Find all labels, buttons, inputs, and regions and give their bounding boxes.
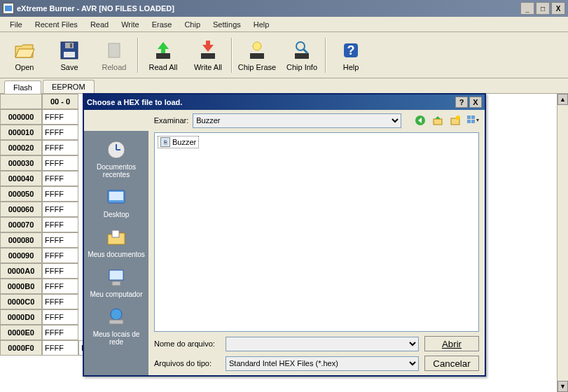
svg-rect-37: [112, 230, 119, 237]
row-header: 0000C0: [0, 294, 42, 309]
menu-read[interactable]: Read: [85, 19, 114, 30]
svg-rect-39: [112, 281, 120, 286]
maximize-button[interactable]: □: [536, 2, 550, 15]
desktop-icon: [104, 186, 128, 209]
svg-rect-6: [109, 43, 120, 57]
vertical-scrollbar[interactable]: ▲ ▼: [557, 94, 568, 392]
scroll-down-icon[interactable]: ▼: [557, 381, 568, 392]
menu-settings[interactable]: Settings: [207, 19, 247, 30]
reload-icon: [103, 39, 125, 62]
filename-field[interactable]: [226, 337, 419, 351]
svg-rect-29: [471, 120, 475, 123]
svg-marker-8: [158, 42, 169, 49]
back-icon[interactable]: [414, 113, 427, 127]
arrow-up-chip-icon: [152, 39, 174, 62]
filetype-select[interactable]: Standard Intel HEX Files (*.hex): [226, 356, 419, 371]
scroll-up-icon[interactable]: ▲: [557, 94, 568, 105]
menu-file[interactable]: File: [4, 19, 28, 30]
svg-text:?: ?: [347, 43, 355, 57]
toolbar-save[interactable]: Save: [48, 34, 91, 76]
up-folder-icon[interactable]: [431, 113, 445, 127]
row-header: 000050: [0, 186, 42, 202]
row-header: 000010: [0, 125, 42, 140]
place-desktop[interactable]: Desktop: [87, 183, 146, 221]
toolbar-reload[interactable]: Reload: [92, 34, 136, 76]
row-header: 000070: [0, 217, 42, 232]
new-folder-icon[interactable]: [448, 113, 462, 127]
hex-cell[interactable]: FFFF: [42, 232, 78, 248]
floppy-icon: [58, 39, 81, 62]
dialog-help-button[interactable]: ?: [455, 97, 468, 108]
svg-rect-35: [109, 192, 123, 200]
file-item-buzzer[interactable]: ⎘ Buzzer: [158, 136, 199, 148]
svg-line-17: [303, 49, 307, 53]
cancel-button[interactable]: Cancelar: [424, 356, 479, 371]
dialog-close-button[interactable]: X: [469, 97, 482, 108]
titlebar: eXtreme Burner - AVR [NO FILES LOADED] _…: [0, 0, 568, 17]
row-header: 000020: [0, 140, 42, 155]
svg-rect-15: [295, 53, 309, 59]
help-icon: ?: [340, 39, 362, 62]
filetype-label: Arquivos do tipo:: [154, 359, 220, 368]
sparkle-chip-icon: [246, 39, 268, 62]
toolbar-chip-info[interactable]: Chip Info: [280, 34, 324, 76]
hex-cell[interactable]: FFFF: [42, 125, 78, 140]
open-button[interactable]: Abrir: [424, 336, 479, 351]
arrow-down-chip-icon: [197, 39, 219, 62]
toolbar-open[interactable]: Open: [3, 34, 46, 76]
row-header: 000080: [0, 232, 42, 248]
hex-cell[interactable]: FFFF: [42, 263, 78, 279]
menu-recent-files[interactable]: Recent Files: [29, 19, 83, 30]
lookin-select[interactable]: Buzzer: [193, 113, 401, 128]
svg-rect-12: [206, 41, 210, 46]
row-header: 000040: [0, 171, 42, 186]
toolbar-chip-erase[interactable]: Chip Erase: [235, 34, 279, 76]
hex-cell[interactable]: FFFF: [42, 309, 78, 325]
folder-open-icon: [13, 39, 36, 62]
file-list[interactable]: ⎘ Buzzer: [154, 132, 479, 332]
hex-cell[interactable]: FFFF: [42, 279, 78, 294]
menu-help[interactable]: Help: [248, 19, 275, 30]
hex-cell[interactable]: FFFF: [42, 171, 78, 186]
hex-cell[interactable]: FFFF: [42, 217, 78, 232]
minimize-button[interactable]: _: [520, 2, 534, 15]
hex-cell[interactable]: FFFF: [42, 202, 78, 217]
svg-marker-1: [15, 49, 34, 57]
recent-docs-icon: [104, 138, 128, 162]
window-title: eXtreme Burner - AVR [NO FILES LOADED]: [17, 4, 520, 13]
svg-rect-27: [471, 115, 475, 119]
place-network[interactable]: Meus locais de rede: [87, 302, 146, 349]
filename-label: Nome do arquivo:: [154, 340, 220, 348]
hex-cell[interactable]: FFFF: [42, 140, 78, 155]
hex-cell[interactable]: FFFF: [42, 109, 78, 125]
menu-write[interactable]: Write: [116, 19, 144, 30]
hex-cell[interactable]: FFFF: [42, 340, 78, 356]
tab-flash[interactable]: Flash: [4, 80, 41, 94]
hex-cell[interactable]: FFFF: [42, 155, 78, 171]
row-header: 000090: [0, 248, 42, 263]
hex-cell[interactable]: FFFF: [42, 248, 78, 263]
places-bar: Documentos recentes Desktop Meus documen…: [84, 131, 148, 375]
hex-cell[interactable]: FFFF: [42, 325, 78, 340]
svg-point-14: [253, 42, 261, 50]
col-header: 00 - 0: [42, 94, 78, 109]
toolbar-help[interactable]: ? Help: [329, 34, 373, 76]
tab-eeprom[interactable]: EEPROM: [43, 80, 95, 93]
menu-erase[interactable]: Erase: [146, 19, 178, 30]
tab-bar: Flash EEPROM: [0, 78, 568, 94]
close-button[interactable]: X: [551, 2, 565, 15]
place-mydocs[interactable]: Meus documentos: [87, 223, 146, 261]
views-icon[interactable]: [466, 113, 479, 127]
place-mycomputer[interactable]: Meu computador: [87, 262, 146, 301]
hex-cell[interactable]: FFFF: [42, 186, 78, 202]
toolbar-read-all[interactable]: Read All: [141, 34, 185, 76]
menu-chip[interactable]: Chip: [179, 19, 206, 30]
network-icon: [104, 305, 128, 329]
place-recent[interactable]: Documentos recentes: [87, 135, 146, 181]
toolbar-write-all[interactable]: Write All: [186, 34, 230, 76]
row-header: 0000E0: [0, 325, 42, 340]
dialog-title: Choose a HEX file to load.: [87, 98, 454, 106]
svg-rect-28: [467, 120, 471, 123]
lookin-row: Examinar: Buzzer: [84, 110, 485, 131]
hex-cell[interactable]: FFFF: [42, 294, 78, 309]
